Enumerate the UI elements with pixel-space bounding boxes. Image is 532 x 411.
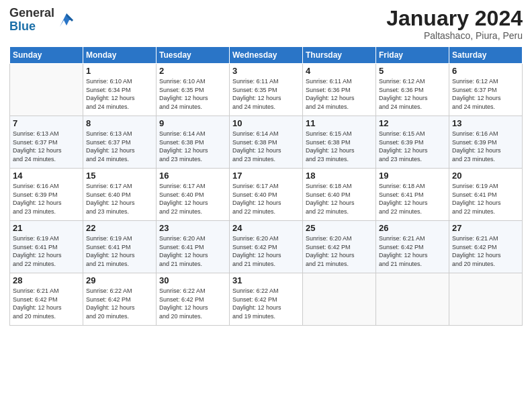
header-sunday: Sunday [10, 47, 83, 64]
table-row: 6Sunrise: 6:12 AM Sunset: 6:37 PM Daylig… [449, 64, 523, 116]
day-info: Sunrise: 6:10 AM Sunset: 6:34 PM Dayligh… [86, 77, 153, 111]
table-row [449, 273, 523, 326]
day-info: Sunrise: 6:21 AM Sunset: 6:42 PM Dayligh… [379, 234, 446, 268]
table-row: 30Sunrise: 6:22 AM Sunset: 6:42 PM Dayli… [157, 273, 230, 326]
table-row: 4Sunrise: 6:11 AM Sunset: 6:36 PM Daylig… [303, 64, 376, 116]
day-info: Sunrise: 6:19 AM Sunset: 6:41 PM Dayligh… [86, 234, 153, 268]
table-row: 3Sunrise: 6:11 AM Sunset: 6:35 PM Daylig… [230, 64, 303, 116]
day-number: 23 [159, 223, 226, 233]
day-number: 11 [306, 118, 373, 128]
day-number: 25 [306, 223, 373, 233]
logo: General Blue [9, 7, 76, 34]
day-info: Sunrise: 6:16 AM Sunset: 6:39 PM Dayligh… [13, 182, 80, 216]
day-number: 27 [452, 223, 519, 233]
day-info: Sunrise: 6:18 AM Sunset: 6:40 PM Dayligh… [306, 182, 373, 216]
header-monday: Monday [83, 47, 157, 64]
table-row: 19Sunrise: 6:18 AM Sunset: 6:41 PM Dayli… [376, 169, 449, 221]
day-number: 30 [159, 275, 226, 285]
day-number: 6 [452, 66, 519, 76]
logo-blue-text: Blue [9, 20, 54, 34]
table-row: 12Sunrise: 6:15 AM Sunset: 6:39 PM Dayli… [376, 116, 449, 169]
table-row: 11Sunrise: 6:15 AM Sunset: 6:38 PM Dayli… [303, 116, 376, 169]
table-row: 28Sunrise: 6:21 AM Sunset: 6:42 PM Dayli… [10, 273, 83, 326]
day-info: Sunrise: 6:21 AM Sunset: 6:42 PM Dayligh… [13, 287, 80, 320]
table-row: 14Sunrise: 6:16 AM Sunset: 6:39 PM Dayli… [10, 169, 83, 221]
calendar-week-row: 28Sunrise: 6:21 AM Sunset: 6:42 PM Dayli… [10, 273, 523, 326]
day-info: Sunrise: 6:19 AM Sunset: 6:41 PM Dayligh… [452, 182, 519, 216]
day-info: Sunrise: 6:17 AM Sunset: 6:40 PM Dayligh… [159, 182, 226, 216]
day-info: Sunrise: 6:20 AM Sunset: 6:42 PM Dayligh… [306, 234, 373, 268]
day-info: Sunrise: 6:22 AM Sunset: 6:42 PM Dayligh… [86, 287, 153, 320]
day-number: 20 [452, 171, 519, 181]
day-info: Sunrise: 6:16 AM Sunset: 6:39 PM Dayligh… [452, 130, 519, 163]
table-row: 23Sunrise: 6:20 AM Sunset: 6:41 PM Dayli… [157, 221, 230, 273]
table-row: 18Sunrise: 6:18 AM Sunset: 6:40 PM Dayli… [303, 169, 376, 221]
table-row: 24Sunrise: 6:20 AM Sunset: 6:42 PM Dayli… [230, 221, 303, 273]
day-info: Sunrise: 6:17 AM Sunset: 6:40 PM Dayligh… [86, 182, 153, 216]
location-subtitle: Paltashaco, Piura, Peru [386, 30, 523, 41]
table-row: 27Sunrise: 6:21 AM Sunset: 6:42 PM Dayli… [449, 221, 523, 273]
calendar-week-row: 14Sunrise: 6:16 AM Sunset: 6:39 PM Dayli… [10, 169, 523, 221]
day-number: 24 [232, 223, 300, 233]
header-tuesday: Tuesday [157, 47, 230, 64]
day-info: Sunrise: 6:14 AM Sunset: 6:38 PM Dayligh… [232, 130, 300, 163]
table-row [10, 64, 83, 116]
table-row: 31Sunrise: 6:22 AM Sunset: 6:42 PM Dayli… [230, 273, 303, 326]
day-number: 26 [379, 223, 446, 233]
day-number: 8 [86, 118, 153, 128]
day-number: 29 [86, 275, 153, 285]
day-info: Sunrise: 6:19 AM Sunset: 6:41 PM Dayligh… [13, 234, 80, 268]
calendar-week-row: 1Sunrise: 6:10 AM Sunset: 6:34 PM Daylig… [10, 64, 523, 116]
day-number: 1 [86, 66, 153, 76]
day-number: 22 [86, 223, 153, 233]
day-number: 10 [232, 118, 300, 128]
day-number: 12 [379, 118, 446, 128]
day-number: 3 [232, 66, 300, 76]
day-number: 18 [306, 171, 373, 181]
logo-icon [57, 11, 76, 30]
table-row: 13Sunrise: 6:16 AM Sunset: 6:39 PM Dayli… [449, 116, 523, 169]
table-row: 9Sunrise: 6:14 AM Sunset: 6:38 PM Daylig… [157, 116, 230, 169]
table-row: 20Sunrise: 6:19 AM Sunset: 6:41 PM Dayli… [449, 169, 523, 221]
day-info: Sunrise: 6:15 AM Sunset: 6:39 PM Dayligh… [379, 130, 446, 163]
calendar-table: Sunday Monday Tuesday Wednesday Thursday… [9, 46, 523, 326]
table-row: 16Sunrise: 6:17 AM Sunset: 6:40 PM Dayli… [157, 169, 230, 221]
table-row: 29Sunrise: 6:22 AM Sunset: 6:42 PM Dayli… [83, 273, 157, 326]
table-row: 10Sunrise: 6:14 AM Sunset: 6:38 PM Dayli… [230, 116, 303, 169]
day-info: Sunrise: 6:12 AM Sunset: 6:37 PM Dayligh… [452, 77, 519, 111]
day-info: Sunrise: 6:22 AM Sunset: 6:42 PM Dayligh… [232, 287, 300, 320]
title-area: January 2024 Paltashaco, Piura, Peru [386, 7, 523, 41]
day-info: Sunrise: 6:20 AM Sunset: 6:41 PM Dayligh… [159, 234, 226, 268]
weekday-header-row: Sunday Monday Tuesday Wednesday Thursday… [10, 47, 523, 64]
table-row: 17Sunrise: 6:17 AM Sunset: 6:40 PM Dayli… [230, 169, 303, 221]
day-number: 28 [13, 275, 80, 285]
day-number: 15 [86, 171, 153, 181]
table-row: 1Sunrise: 6:10 AM Sunset: 6:34 PM Daylig… [83, 64, 157, 116]
logo-general-text: General [9, 7, 54, 20]
day-info: Sunrise: 6:17 AM Sunset: 6:40 PM Dayligh… [232, 182, 300, 216]
table-row: 25Sunrise: 6:20 AM Sunset: 6:42 PM Dayli… [303, 221, 376, 273]
header-wednesday: Wednesday [230, 47, 303, 64]
day-info: Sunrise: 6:22 AM Sunset: 6:42 PM Dayligh… [159, 287, 226, 320]
day-info: Sunrise: 6:15 AM Sunset: 6:38 PM Dayligh… [306, 130, 373, 163]
day-info: Sunrise: 6:21 AM Sunset: 6:42 PM Dayligh… [452, 234, 519, 268]
table-row: 8Sunrise: 6:13 AM Sunset: 6:37 PM Daylig… [83, 116, 157, 169]
day-info: Sunrise: 6:10 AM Sunset: 6:35 PM Dayligh… [159, 77, 226, 111]
day-number: 17 [232, 171, 300, 181]
calendar-week-row: 21Sunrise: 6:19 AM Sunset: 6:41 PM Dayli… [10, 221, 523, 273]
table-row: 15Sunrise: 6:17 AM Sunset: 6:40 PM Dayli… [83, 169, 157, 221]
day-number: 7 [13, 118, 80, 128]
day-number: 13 [452, 118, 519, 128]
table-row: 22Sunrise: 6:19 AM Sunset: 6:41 PM Dayli… [83, 221, 157, 273]
table-row: 2Sunrise: 6:10 AM Sunset: 6:35 PM Daylig… [157, 64, 230, 116]
table-row: 7Sunrise: 6:13 AM Sunset: 6:37 PM Daylig… [10, 116, 83, 169]
table-row: 5Sunrise: 6:12 AM Sunset: 6:36 PM Daylig… [376, 64, 449, 116]
day-info: Sunrise: 6:14 AM Sunset: 6:38 PM Dayligh… [159, 130, 226, 163]
day-info: Sunrise: 6:20 AM Sunset: 6:42 PM Dayligh… [232, 234, 300, 268]
day-info: Sunrise: 6:13 AM Sunset: 6:37 PM Dayligh… [86, 130, 153, 163]
day-number: 31 [232, 275, 300, 285]
day-info: Sunrise: 6:11 AM Sunset: 6:36 PM Dayligh… [306, 77, 373, 111]
table-row: 26Sunrise: 6:21 AM Sunset: 6:42 PM Dayli… [376, 221, 449, 273]
day-info: Sunrise: 6:13 AM Sunset: 6:37 PM Dayligh… [13, 130, 80, 163]
day-number: 16 [159, 171, 226, 181]
